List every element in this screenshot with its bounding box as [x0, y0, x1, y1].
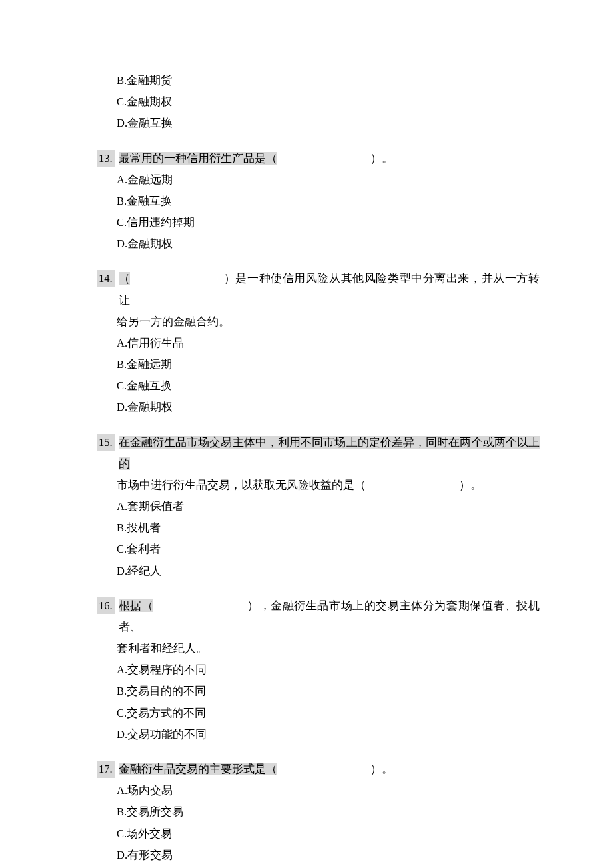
option-b: B.金融期货: [117, 70, 540, 91]
option-d: D.金融互换: [117, 113, 540, 134]
q15-options: A.套期保值者 B.投机者 C.套利者 D.经纪人: [97, 496, 540, 582]
q15-stem: 在金融衍生品市场交易主体中，利用不同市场上的定价差异，同时在两个或两个以上的: [119, 432, 540, 475]
q16-options: A.交易程序的不同 B.交易目的的不同 C.交易方式的不同 D.交易功能的不同: [97, 659, 540, 745]
option-c: C.场外交易: [117, 823, 540, 845]
content: B.金融期货 C.金融期权 D.金融互换 13. 最常用的一种信用衍生产品是（）…: [0, 0, 613, 868]
q15-cont-pre: 市场中进行衍生品交易，以获取无风险收益的是（: [117, 479, 366, 491]
q15-number: 15.: [97, 434, 115, 451]
option-c: C.信用违约掉期: [117, 212, 540, 233]
q14-stem: （）是一种使信用风险从其他风险类型中分离出来，并从一方转让: [119, 268, 540, 311]
question-15: 15. 在金融衍生品市场交易主体中，利用不同市场上的定价差异，同时在两个或两个以…: [97, 432, 540, 582]
option-c: C.金融期权: [117, 91, 540, 113]
orphan-options: B.金融期货 C.金融期权 D.金融互换: [97, 70, 540, 135]
option-c: C.套利者: [117, 539, 540, 560]
option-d: D.金融期权: [117, 397, 540, 418]
q14-stem-pre: （: [119, 272, 131, 285]
q13-options: A.金融远期 B.金融互换 C.信用违约掉期 D.金融期权: [97, 169, 540, 255]
q17-row: 17. 金融衍生品交易的主要形式是（）。: [97, 759, 540, 780]
option-b: B.交易所交易: [117, 801, 540, 823]
option-d: D.交易功能的不同: [117, 724, 540, 745]
q14-stem-post: ）是一种使信用风险从其他风险类型中分离出来，并从一方转让: [119, 272, 540, 306]
q14-number: 14.: [97, 270, 115, 287]
option-c: C.交易方式的不同: [117, 703, 540, 724]
q13-stem-post: ）。: [370, 152, 393, 165]
question-14: 14. （）是一种使信用风险从其他风险类型中分离出来，并从一方转让 给另一方的金…: [97, 268, 540, 418]
option-a: A.交易程序的不同: [117, 659, 540, 681]
option-a: A.信用衍生品: [117, 333, 540, 354]
q15-cont-post: ）。: [459, 479, 482, 491]
q17-stem-post: ）。: [370, 763, 393, 775]
q15-row: 15. 在金融衍生品市场交易主体中，利用不同市场上的定价差异，同时在两个或两个以…: [97, 432, 540, 475]
q14-options: A.信用衍生品 B.金融远期 C.金融互换 D.金融期权: [97, 333, 540, 419]
q14-row: 14. （）是一种使信用风险从其他风险类型中分离出来，并从一方转让: [97, 268, 540, 311]
option-b: B.金融远期: [117, 354, 540, 375]
q13-stem: 最常用的一种信用衍生产品是（）。: [119, 148, 540, 169]
question-13: 13. 最常用的一种信用衍生产品是（）。 A.金融远期 B.金融互换 C.信用违…: [97, 148, 540, 255]
option-d: D.经纪人: [117, 561, 540, 582]
header-rule: [67, 45, 546, 45]
q17-options: A.场内交易 B.交易所交易 C.场外交易 D.有形交易: [97, 780, 540, 866]
option-d: D.有形交易: [117, 845, 540, 866]
q14-stem-cont: 给另一方的金融合约。: [97, 311, 540, 333]
option-c: C.金融互换: [117, 375, 540, 397]
question-16: 16. 根据（），金融衍生品市场上的交易主体分为套期保值者、投机者、 套利者和经…: [97, 595, 540, 745]
option-b: B.交易目的的不同: [117, 681, 540, 702]
question-17: 17. 金融衍生品交易的主要形式是（）。 A.场内交易 B.交易所交易 C.场外…: [97, 759, 540, 866]
option-a: A.金融远期: [117, 169, 540, 191]
q17-number: 17.: [97, 761, 115, 778]
q15-stem-cont: 市场中进行衍生品交易，以获取无风险收益的是（）。: [97, 475, 540, 496]
q16-stem-cont: 套利者和经纪人。: [97, 638, 540, 659]
q16-row: 16. 根据（），金融衍生品市场上的交易主体分为套期保值者、投机者、: [97, 595, 540, 638]
q13-row: 13. 最常用的一种信用衍生产品是（）。: [97, 148, 540, 169]
option-b: B.投机者: [117, 517, 540, 539]
option-a: A.套期保值者: [117, 496, 540, 517]
q13-stem-pre: 最常用的一种信用衍生产品是（: [119, 152, 277, 165]
option-a: A.场内交易: [117, 780, 540, 801]
page: B.金融期货 C.金融期权 D.金融互换 13. 最常用的一种信用衍生产品是（）…: [0, 0, 613, 868]
q16-stem-pre: 根据（: [119, 599, 154, 612]
option-d: D.金融期权: [117, 233, 540, 255]
q16-stem: 根据（），金融衍生品市场上的交易主体分为套期保值者、投机者、: [119, 595, 540, 638]
q15-stem-line1: 在金融衍生品市场交易主体中，利用不同市场上的定价差异，同时在两个或两个以上的: [119, 436, 540, 470]
option-b: B.金融互换: [117, 191, 540, 212]
q13-number: 13.: [97, 150, 115, 167]
q16-stem-post: ），金融衍生品市场上的交易主体分为套期保值者、投机者、: [119, 599, 540, 633]
q17-stem-pre: 金融衍生品交易的主要形式是（: [119, 763, 277, 775]
q17-stem: 金融衍生品交易的主要形式是（）。: [119, 759, 540, 780]
q16-number: 16.: [97, 597, 115, 615]
